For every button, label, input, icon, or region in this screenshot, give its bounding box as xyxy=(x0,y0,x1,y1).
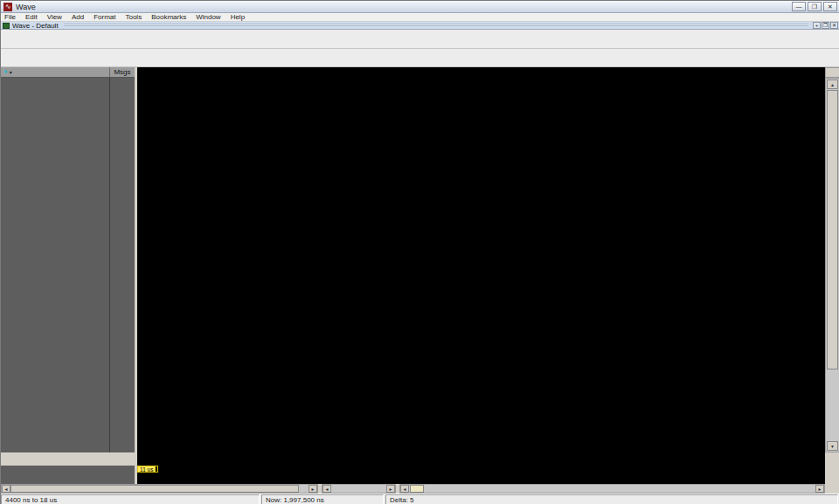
delta-status: Delta: 5 xyxy=(385,494,838,504)
title-bar[interactable]: ∿ Wave — ❐ ✕ xyxy=(1,1,839,13)
menu-edit[interactable]: Edit xyxy=(25,13,38,21)
vertical-scroll-thumb[interactable] xyxy=(827,90,838,369)
waveform-svg xyxy=(137,78,825,452)
close-pane-button[interactable]: ✕ xyxy=(830,22,838,29)
names-scroll-thumb[interactable] xyxy=(10,485,299,493)
msgs-column-header[interactable]: Msgs xyxy=(109,67,135,78)
scroll-left-arrow[interactable]: ◄ xyxy=(400,485,409,493)
chevron-down-icon[interactable]: ▾ xyxy=(10,69,12,75)
scroll-right-arrow[interactable]: ► xyxy=(815,485,824,493)
signal-selector-icon: ✦ xyxy=(3,68,9,76)
wave-horizontal-scrollbar[interactable]: ◄ ► xyxy=(399,484,825,494)
menu-add[interactable]: Add xyxy=(72,13,84,21)
names-horizontal-scrollbar[interactable]: ◄ ► xyxy=(1,484,318,494)
cursor2-flag[interactable]: 11 us xyxy=(137,466,156,473)
menu-tools[interactable]: Tools xyxy=(125,13,142,21)
signal-name-column-header[interactable]: ✦ ▾ xyxy=(1,67,109,78)
cursor-flag-track[interactable]: 6.8 us 4.2 us 11 us xyxy=(137,466,825,484)
scroll-left-arrow[interactable]: ◄ xyxy=(322,485,331,493)
menu-bar: FileEditViewAddFormatToolsBookmarksWindo… xyxy=(1,13,839,22)
scrollbar-corner xyxy=(825,67,839,78)
restore-button[interactable]: ❐ xyxy=(808,2,822,11)
scrollbar-filler xyxy=(825,452,839,494)
now-time-status: Now: 1,997,500 ns xyxy=(261,494,384,504)
visible-range-status: 4400 ns to 18 us xyxy=(1,494,260,504)
cursor-pane xyxy=(1,466,135,484)
menu-file[interactable]: File xyxy=(4,13,16,21)
menu-format[interactable]: Format xyxy=(94,13,115,21)
status-bar: 4400 ns to 18 us Now: 1,997,500 ns Delta… xyxy=(1,494,839,504)
signal-name-panel xyxy=(1,78,109,452)
vertical-scrollbar[interactable]: ▲ ▼ xyxy=(825,78,839,452)
wave-scroll-thumb[interactable] xyxy=(410,485,424,493)
scroll-up-arrow[interactable]: ▲ xyxy=(827,79,838,89)
minimize-button[interactable]: — xyxy=(792,2,806,11)
scroll-left-arrow[interactable]: ◄ xyxy=(2,485,10,493)
close-button[interactable]: ✕ xyxy=(823,2,837,11)
menu-view[interactable]: View xyxy=(47,13,62,21)
undock-button[interactable]: ❐ xyxy=(822,22,829,29)
pane-grip[interactable] xyxy=(64,24,808,28)
pane-header[interactable]: Wave - Default + ❐ ✕ xyxy=(1,22,839,30)
scroll-down-arrow[interactable]: ▼ xyxy=(827,441,838,451)
signal-value-panel xyxy=(109,78,135,452)
waveform-canvas[interactable] xyxy=(137,78,825,452)
menu-help[interactable]: Help xyxy=(231,13,245,21)
pane-title: Wave - Default xyxy=(12,22,59,30)
toolbar-main xyxy=(1,30,839,49)
scroll-right-arrow[interactable]: ► xyxy=(386,485,395,493)
wave-header-spacer xyxy=(137,67,825,78)
app-icon: ∿ xyxy=(3,3,12,11)
menu-window[interactable]: Window xyxy=(196,13,220,21)
wave-window: ∿ Wave — ❐ ✕ FileEditViewAddFormatToolsB… xyxy=(0,0,839,504)
dock-button[interactable]: + xyxy=(813,22,821,29)
timeline-ruler[interactable] xyxy=(137,452,825,466)
window-title: Wave xyxy=(16,3,790,11)
menu-bookmarks[interactable]: Bookmarks xyxy=(151,13,186,21)
toolbar-wave xyxy=(1,49,839,67)
wave-pane-icon xyxy=(3,23,10,29)
scroll-right-arrow[interactable]: ► xyxy=(309,485,317,493)
values-horizontal-scrollbar[interactable]: ◄ ► xyxy=(322,484,396,494)
ruler-ticks xyxy=(137,452,825,466)
